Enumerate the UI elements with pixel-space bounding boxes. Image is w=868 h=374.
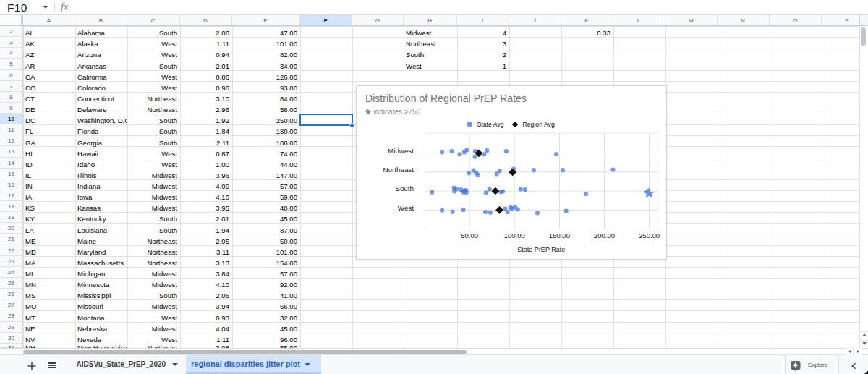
svg-text:200.00: 200.00 [594, 231, 615, 239]
svg-text:Distribution of Regional PrEP: Distribution of Regional PrEP Rates [365, 93, 527, 104]
svg-text:Midwest: Midwest [388, 147, 414, 155]
svg-text:South: South [395, 184, 414, 192]
svg-text:State PrEP Rate: State PrEP Rate [517, 246, 565, 253]
svg-text:indicates >250: indicates >250 [374, 108, 421, 116]
svg-text:State Avg: State Avg [477, 121, 504, 128]
svg-text:50.00: 50.00 [461, 231, 478, 239]
svg-text:150.00: 150.00 [549, 231, 570, 239]
svg-text:Region Avg: Region Avg [523, 121, 555, 128]
svg-text:100.00: 100.00 [504, 231, 525, 239]
svg-text:Northeast: Northeast [383, 166, 414, 174]
svg-text:250.00: 250.00 [639, 231, 660, 239]
svg-text:West: West [398, 204, 414, 212]
